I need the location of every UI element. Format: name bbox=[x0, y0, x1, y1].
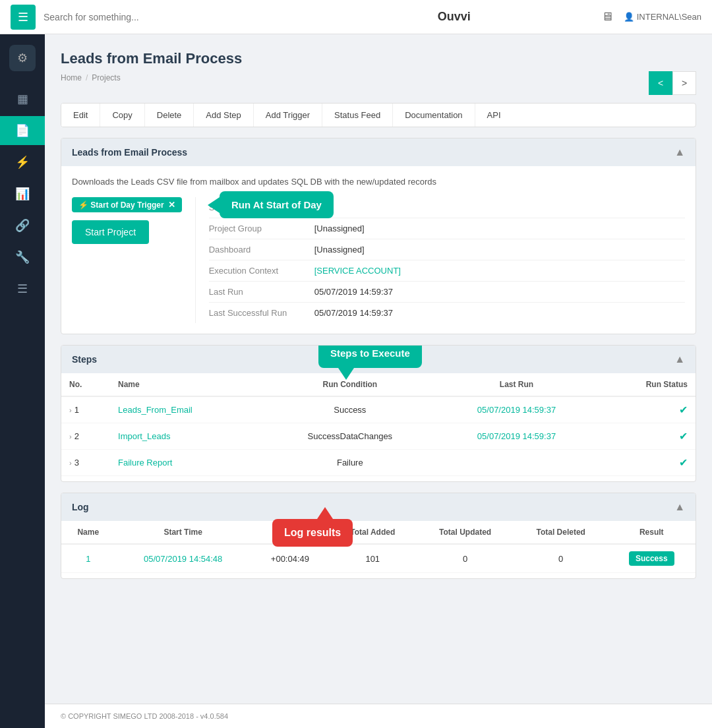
last-run-value: 05/07/2019 14:59:37 bbox=[314, 287, 393, 297]
step-last-run: 05/07/2019 14:59:37 bbox=[436, 423, 597, 450]
project-group-row: Project Group [Unassigned] bbox=[209, 218, 685, 239]
hamburger-button[interactable]: ☰ bbox=[11, 5, 36, 30]
col-name: Name bbox=[110, 373, 264, 396]
process-section-body: Downloads the Leads CSV file from mailbo… bbox=[61, 166, 696, 334]
project-group-label: Project Group bbox=[209, 224, 314, 233]
project-detail: ⚡ Start of Day Trigger ✕ Start Project S… bbox=[72, 197, 685, 323]
step-run-condition: SuccessDataChanges bbox=[264, 423, 436, 450]
sidebar-item-menu[interactable]: ☰ bbox=[0, 274, 45, 303]
search-input[interactable] bbox=[44, 12, 307, 22]
log-table-header: Name Start Time Duration Total Added Tot… bbox=[61, 521, 696, 544]
nav-right: 🖥 👤 INTERNAL\Sean bbox=[601, 10, 701, 24]
add-trigger-button[interactable]: Add Trigger bbox=[254, 104, 322, 127]
steps-table-header: No. Name Run Condition Last Run Run Stat… bbox=[61, 373, 696, 396]
steps-collapse-icon[interactable]: ▲ bbox=[674, 353, 685, 365]
log-table: Name Start Time Duration Total Added Tot… bbox=[61, 521, 696, 573]
log-col-total-updated: Total Updated bbox=[416, 521, 514, 544]
status-row: Status Idle bbox=[209, 197, 685, 218]
top-nav: ☰ Ouvvi 🖥 👤 INTERNAL\Sean bbox=[0, 0, 712, 34]
documentation-button[interactable]: Documentation bbox=[393, 104, 475, 127]
step-no: ›2 bbox=[61, 423, 110, 450]
trigger-label: ⚡ Start of Day Trigger bbox=[78, 200, 164, 210]
sidebar-item-analytics[interactable]: 📊 bbox=[0, 179, 45, 208]
notification-icon[interactable]: 🖥 bbox=[601, 10, 613, 24]
step-last-run: 05/07/2019 14:59:37 bbox=[436, 396, 597, 423]
user-info: 👤 INTERNAL\Sean bbox=[624, 12, 701, 22]
project-group-value: [Unassigned] bbox=[314, 224, 365, 233]
log-col-total-deleted: Total Deleted bbox=[514, 521, 608, 544]
col-run-condition: Run Condition bbox=[264, 373, 436, 396]
log-collapse-icon[interactable]: ▲ bbox=[674, 501, 685, 513]
trigger-close[interactable]: ✕ bbox=[168, 200, 175, 210]
log-row: 1 05/07/2019 14:54:48 +00:04:49 101 0 0 … bbox=[61, 544, 696, 573]
sidebar-item-tools[interactable]: 🔧 bbox=[0, 243, 45, 272]
app-name: Ouvvi bbox=[307, 10, 601, 24]
steps-section: Steps ▲ No. Name Run Condition Last Run … bbox=[61, 345, 696, 482]
last-successful-run-label: Last Successful Run bbox=[209, 308, 314, 318]
process-section: Leads from Email Process ▲ Downloads the… bbox=[61, 138, 696, 334]
delete-button[interactable]: Delete bbox=[145, 104, 194, 127]
log-col-duration: Duration bbox=[251, 521, 329, 544]
process-description: Downloads the Leads CSV file from mailbo… bbox=[72, 177, 685, 187]
sidebar-item-triggers[interactable]: ⚡ bbox=[0, 148, 45, 177]
breadcrumb-home[interactable]: Home bbox=[61, 73, 82, 82]
step-name: Import_Leads bbox=[110, 423, 264, 450]
sidebar-item-documents[interactable]: 📄 bbox=[0, 116, 45, 145]
breadcrumb: Home / Projects bbox=[61, 73, 121, 82]
log-section: Log ▲ Name Start Time Duration Total Add… bbox=[61, 493, 696, 579]
step-run-status: ✔ bbox=[597, 396, 696, 423]
collapse-icon[interactable]: ▲ bbox=[674, 146, 685, 158]
trigger-badge: ⚡ Start of Day Trigger ✕ bbox=[72, 197, 182, 212]
step-run-condition: Failure bbox=[264, 450, 436, 476]
log-total-updated: 0 bbox=[416, 544, 514, 573]
steps-section-header: Steps ▲ bbox=[61, 346, 696, 373]
next-button[interactable]: > bbox=[672, 71, 696, 95]
add-step-button[interactable]: Add Step bbox=[194, 104, 254, 127]
breadcrumb-projects: Projects bbox=[92, 73, 120, 82]
steps-table: No. Name Run Condition Last Run Run Stat… bbox=[61, 373, 696, 476]
step-name: Failure Report bbox=[110, 450, 264, 476]
sidebar-logo: ⚙ bbox=[9, 45, 36, 71]
log-section-body: Name Start Time Duration Total Added Tot… bbox=[61, 521, 696, 578]
sidebar: ⚙ ▦ 📄 ⚡ 📊 🔗 🔧 ☰ bbox=[0, 34, 45, 728]
dashboard-row: Dashboard [Unassigned] bbox=[209, 239, 685, 260]
step-run-status: ✔ bbox=[597, 450, 696, 476]
step-run-status: ✔ bbox=[597, 423, 696, 450]
log-total-added: 101 bbox=[329, 544, 416, 573]
log-col-start-time: Start Time bbox=[115, 521, 251, 544]
user-icon: 👤 bbox=[624, 12, 634, 22]
log-col-name: Name bbox=[61, 521, 115, 544]
api-button[interactable]: API bbox=[475, 104, 513, 127]
steps-section-title: Steps bbox=[72, 354, 97, 365]
log-duration: +00:04:49 bbox=[251, 544, 329, 573]
sidebar-item-dashboard[interactable]: ▦ bbox=[0, 84, 45, 113]
step-no: ›3 bbox=[61, 450, 110, 476]
status-label: Status bbox=[209, 202, 314, 212]
sidebar-item-connections[interactable]: 🔗 bbox=[0, 211, 45, 240]
last-run-row: Last Run 05/07/2019 14:59:37 bbox=[209, 282, 685, 303]
status-feed-button[interactable]: Status Feed bbox=[322, 104, 393, 127]
page-title: Leads from Email Process bbox=[61, 50, 696, 67]
table-row: ›1 Leads_From_Email Success 05/07/2019 1… bbox=[61, 396, 696, 423]
process-section-title: Leads from Email Process bbox=[72, 147, 187, 158]
col-last-run: Last Run bbox=[436, 373, 597, 396]
table-row: ›3 Failure Report Failure ✔ bbox=[61, 450, 696, 476]
execution-context-label: Execution Context bbox=[209, 266, 314, 276]
project-left: ⚡ Start of Day Trigger ✕ Start Project bbox=[72, 197, 182, 323]
toolbar: Edit Copy Delete Add Step Add Trigger St… bbox=[61, 103, 696, 127]
log-result: Success bbox=[608, 544, 696, 573]
start-project-button[interactable]: Start Project bbox=[72, 220, 149, 244]
page-header: Leads from Email Process Home / Projects… bbox=[61, 50, 696, 95]
main-content: Leads from Email Process Home / Projects… bbox=[45, 34, 712, 704]
log-start-time: 05/07/2019 14:54:48 bbox=[115, 544, 251, 573]
execution-context-row: Execution Context [SERVICE ACCOUNT] bbox=[209, 260, 685, 282]
edit-button[interactable]: Edit bbox=[61, 104, 100, 127]
last-successful-run-value: 05/07/2019 14:59:37 bbox=[314, 308, 393, 318]
prev-button[interactable]: < bbox=[649, 71, 672, 95]
status-value: Idle bbox=[314, 202, 328, 212]
dashboard-value: [Unassigned] bbox=[314, 245, 365, 255]
copy-button[interactable]: Copy bbox=[100, 104, 144, 127]
dashboard-label: Dashboard bbox=[209, 245, 314, 255]
project-right: Status Idle Project Group [Unassigned] D… bbox=[195, 197, 685, 323]
execution-context-value[interactable]: [SERVICE ACCOUNT] bbox=[314, 266, 401, 276]
